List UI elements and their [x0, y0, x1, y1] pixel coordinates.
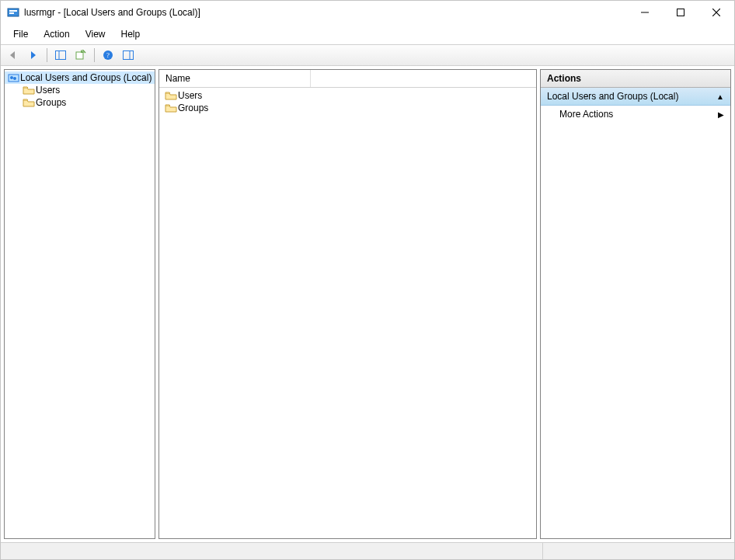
collapse-arrow-icon: ▲ [716, 92, 724, 101]
submenu-arrow-icon: ▶ [718, 110, 724, 119]
titlebar: lusrmgr - [Local Users and Groups (Local… [1, 1, 734, 24]
back-button[interactable] [4, 47, 23, 64]
folder-icon [22, 85, 36, 96]
svg-rect-4 [678, 9, 684, 16]
status-segment [543, 543, 734, 559]
toolbar-separator [47, 48, 47, 62]
export-list-button[interactable] [71, 47, 90, 64]
list-panel: Name Users Groups [158, 69, 537, 539]
actions-group-title: Local Users and Groups (Local) [547, 91, 678, 102]
forward-button[interactable] [24, 47, 43, 64]
folder-icon [164, 103, 178, 113]
actions-group-header[interactable]: Local Users and Groups (Local) ▲ [541, 88, 730, 106]
tree-root-label: Local Users and Groups (Local) [20, 72, 152, 83]
column-header-name[interactable]: Name [159, 70, 311, 87]
more-actions-item[interactable]: More Actions ▶ [541, 106, 730, 123]
folder-icon [164, 90, 178, 101]
content-area: Local Users and Groups (Local) Users Gro… [1, 66, 734, 542]
svg-rect-2 [9, 12, 14, 14]
list-item-users[interactable]: Users [159, 89, 536, 102]
list-item-groups[interactable]: Groups [159, 102, 536, 114]
list-item-label: Users [178, 90, 202, 101]
menu-help[interactable]: Help [113, 26, 148, 43]
statusbar [1, 542, 734, 559]
show-hide-tree-button[interactable] [51, 47, 70, 64]
more-actions-label: More Actions [559, 109, 613, 120]
toolbar-separator [94, 48, 95, 62]
tree-item-groups[interactable]: Groups [5, 96, 155, 109]
list-header: Name [159, 70, 536, 88]
tree: Local Users and Groups (Local) Users Gro… [5, 70, 155, 110]
tree-item-label: Users [36, 85, 60, 96]
actions-header: Actions [541, 70, 730, 88]
menu-view[interactable]: View [78, 26, 113, 43]
menubar: File Action View Help [1, 24, 734, 44]
svg-point-15 [10, 76, 13, 79]
tree-item-users[interactable]: Users [5, 84, 155, 96]
close-button[interactable] [698, 1, 734, 24]
tree-item-label: Groups [36, 97, 66, 108]
folder-icon [22, 97, 36, 108]
svg-rect-7 [56, 51, 66, 60]
window-title: lusrmgr - [Local Users and Groups (Local… [24, 7, 627, 18]
minimize-button[interactable] [627, 1, 663, 24]
menu-action[interactable]: Action [36, 26, 77, 43]
svg-rect-9 [76, 52, 83, 59]
toolbar: ? [1, 44, 734, 66]
tree-root-node[interactable]: Local Users and Groups (Local) [5, 71, 155, 84]
list-item-label: Groups [178, 103, 208, 113]
svg-rect-1 [9, 10, 17, 12]
help-button[interactable]: ? [99, 47, 117, 64]
column-header-blank[interactable] [311, 70, 536, 87]
svg-point-16 [13, 77, 16, 80]
actions-panel: Actions Local Users and Groups (Local) ▲… [540, 69, 731, 539]
list-body: Users Groups [159, 88, 536, 116]
console-root-icon [8, 72, 20, 83]
svg-text:?: ? [106, 51, 110, 59]
tree-panel: Local Users and Groups (Local) Users Gro… [4, 69, 155, 539]
maximize-button[interactable] [663, 1, 698, 24]
show-hide-actions-button[interactable] [119, 47, 138, 64]
menu-file[interactable]: File [5, 26, 36, 43]
app-icon [7, 6, 19, 19]
window-controls [627, 1, 734, 24]
svg-rect-12 [124, 51, 134, 60]
status-segment [1, 543, 543, 559]
